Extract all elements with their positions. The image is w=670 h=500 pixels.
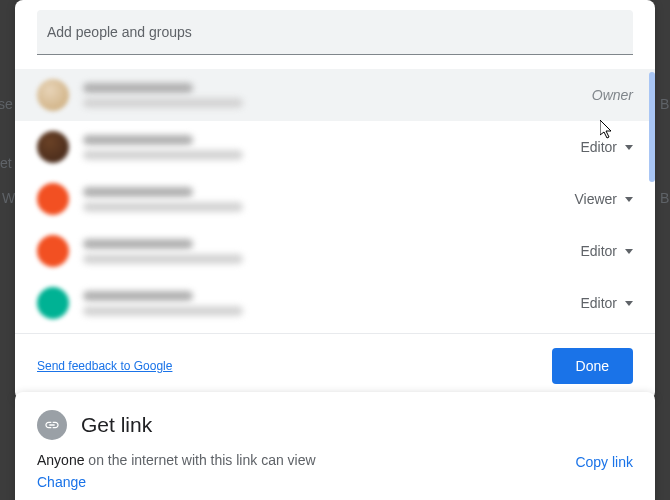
person-row: Viewer [15, 173, 655, 225]
avatar [37, 287, 69, 319]
people-search-input[interactable] [37, 10, 633, 55]
person-info [83, 187, 574, 212]
person-row: Editor [15, 121, 655, 173]
done-button[interactable]: Done [552, 348, 633, 384]
role-dropdown[interactable]: Editor [580, 295, 633, 311]
role-label: Editor [580, 243, 617, 259]
change-link[interactable]: Change [37, 474, 86, 490]
get-link-desc-rest: on the internet with this link can view [84, 452, 315, 468]
chevron-down-icon [625, 249, 633, 254]
role-dropdown[interactable]: Editor [580, 243, 633, 259]
person-row: Editor [15, 277, 655, 329]
get-link-description: Anyone on the internet with this link ca… [37, 452, 316, 468]
avatar [37, 235, 69, 267]
get-link-title: Get link [81, 413, 152, 437]
avatar [37, 131, 69, 163]
role-label-owner: Owner [592, 87, 633, 103]
role-dropdown[interactable]: Editor [580, 139, 633, 155]
person-info [83, 135, 580, 160]
dialog-footer: Send feedback to Google Done [15, 333, 655, 400]
chevron-down-icon [625, 301, 633, 306]
person-info [83, 291, 580, 316]
avatar [37, 183, 69, 215]
role-dropdown[interactable]: Viewer [574, 191, 633, 207]
people-list: Owner Editor Viewer [15, 69, 655, 329]
role-label: Editor [580, 295, 617, 311]
send-feedback-link[interactable]: Send feedback to Google [37, 359, 172, 373]
chevron-down-icon [625, 145, 633, 150]
avatar [37, 79, 69, 111]
role-label: Editor [580, 139, 617, 155]
person-info [83, 83, 592, 108]
role-label: Viewer [574, 191, 617, 207]
copy-link-button[interactable]: Copy link [575, 452, 633, 470]
link-icon [37, 410, 67, 440]
person-info [83, 239, 580, 264]
get-link-card: Get link Anyone on the internet with thi… [15, 392, 655, 500]
share-dialog: Owner Editor Viewer [15, 0, 655, 400]
scrollbar[interactable] [649, 72, 655, 182]
get-link-header: Get link [37, 410, 633, 440]
chevron-down-icon [625, 197, 633, 202]
get-link-desc-bold: Anyone [37, 452, 84, 468]
person-row: Owner [15, 69, 655, 121]
person-row: Editor [15, 225, 655, 277]
search-wrap [15, 10, 655, 55]
